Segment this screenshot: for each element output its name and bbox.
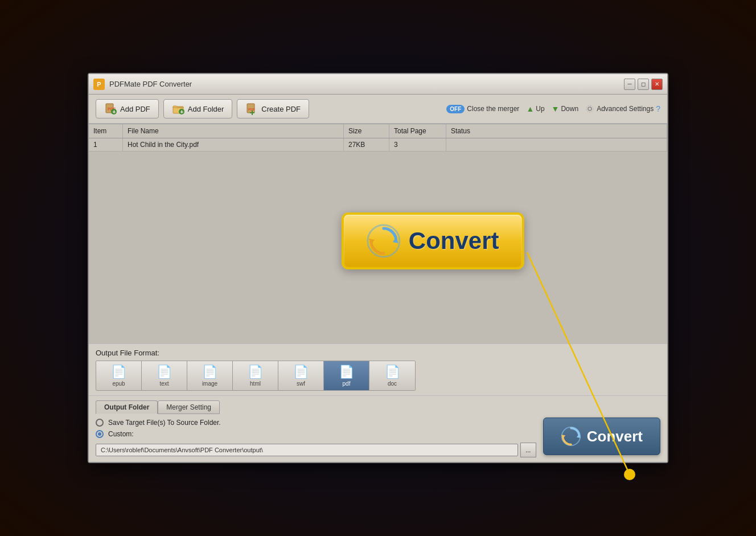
tab-output-folder-label: Output Folder [104,403,149,411]
bottom-section: Output Folder Merger Setting Save Target… [89,395,667,462]
toggle-off-label: OFF [446,105,465,113]
down-button[interactable]: ▼ Down [552,104,579,113]
radio-group: Save Target File(s) To Source Folder. Cu… [96,419,536,438]
browse-button[interactable]: ... [520,443,536,457]
up-arrow-icon: ▲ [526,104,534,113]
text-label: text [159,380,169,387]
down-label: Down [561,105,578,113]
format-btn-doc[interactable]: 📄 doc [369,361,415,390]
swf-icon: 📄 [293,365,309,379]
col-status: Status [446,124,667,138]
advanced-settings-button[interactable]: Advanced Settings ? [585,104,660,113]
add-pdf-button[interactable]: PDF + Add PDF [96,99,159,118]
cell-status [446,138,667,151]
close-merger-toggle[interactable]: OFF Close the merger [446,105,519,113]
cell-item: 1 [89,138,123,151]
col-filename: File Name [123,124,344,138]
format-btn-html[interactable]: 📄 html [233,361,278,390]
svg-point-11 [588,107,591,111]
epub-label: epub [112,380,125,387]
svg-marker-15 [369,239,375,244]
cell-totalpage: 3 [389,138,446,151]
convert-overlay: Convert [342,212,524,269]
cell-size: 27KB [344,138,389,151]
table-body: 1 Hot Child in the City.pdf 27KB 3 [89,138,667,343]
window-title: PDFMate PDF Converter [109,80,624,88]
radio-save-source-label: Save Target File(s) To Source Folder. [108,419,221,427]
col-item: Item [89,124,123,138]
advanced-settings-label: Advanced Settings [597,105,654,113]
window-controls: ─ ◻ ✕ [624,79,663,90]
add-pdf-icon: PDF + [104,103,117,115]
svg-point-12 [586,105,593,112]
svg-marker-14 [393,238,398,243]
format-btn-pdf[interactable]: 📄 pdf [324,361,369,390]
output-format-section: Output File Format: 📄 epub 📄 text 📄 imag… [89,343,667,395]
create-pdf-icon: PDF [245,103,258,115]
svg-text:+: + [113,109,116,115]
tab-merger-setting-label: Merger Setting [166,403,211,411]
format-btn-epub[interactable]: 📄 epub [96,361,142,390]
title-bar: P PDFMate PDF Converter ─ ◻ ✕ [89,74,667,95]
path-input-row: ... [96,443,536,457]
doc-icon: 📄 [385,365,400,379]
convert-big-button[interactable]: Convert [342,212,524,269]
radio-custom-circle [96,430,104,438]
create-pdf-button[interactable]: PDF Create PDF [237,99,309,118]
create-pdf-label: Create PDF [261,105,301,113]
minimize-button[interactable]: ─ [624,79,635,90]
close-button[interactable]: ✕ [651,79,663,90]
format-btn-text[interactable]: 📄 text [142,361,187,390]
format-btn-image[interactable]: 📄 image [187,361,233,390]
app-window: P PDFMate PDF Converter ─ ◻ ✕ PDF + Add … [88,73,668,463]
app-icon: P [93,79,105,90]
tabs: Output Folder Merger Setting [96,400,536,414]
radio-save-source-circle [96,419,104,427]
swf-label: swf [297,380,305,387]
up-button[interactable]: ▲ Up [526,104,544,113]
tab-merger-setting[interactable]: Merger Setting [158,400,220,414]
epub-icon: 📄 [111,365,126,379]
radio-custom-label: Custom: [108,430,134,438]
convert-big-label: Convert [409,227,499,255]
tab-output-folder[interactable]: Output Folder [96,400,158,414]
down-arrow-icon: ▼ [552,104,560,113]
pdf-label: pdf [343,380,351,387]
format-buttons: 📄 epub 📄 text 📄 image 📄 html 📄 sw [96,361,416,391]
html-label: html [250,380,261,387]
close-merger-label: Close the merger [467,105,519,113]
toolbar: PDF + Add PDF + Add Folder [89,95,667,124]
convert-small-icon [561,426,581,447]
col-totalpage: Total Page [389,124,446,138]
toolbar-right: OFF Close the merger ▲ Up ▼ Down Advance… [446,104,660,113]
radio-save-source[interactable]: Save Target File(s) To Source Folder. [96,419,536,427]
table-row: 1 Hot Child in the City.pdf 27KB 3 [89,138,667,152]
bottom-left: Output Folder Merger Setting Save Target… [96,400,536,457]
add-folder-label: Add Folder [188,105,224,113]
html-icon: 📄 [248,365,263,379]
convert-small-label: Convert [587,428,643,445]
add-folder-icon: + [172,103,184,115]
table-header: Item File Name Size Total Page Status [89,124,667,138]
help-icon: ? [656,104,660,113]
file-area: Item File Name Size Total Page Status 1 … [89,124,667,462]
output-path-input[interactable] [96,444,518,456]
add-folder-button[interactable]: + Add Folder [163,99,233,118]
format-btn-swf[interactable]: 📄 swf [278,361,324,390]
convert-small-button[interactable]: Convert [543,418,660,455]
text-icon: 📄 [157,365,172,379]
restore-button[interactable]: ◻ [638,79,649,90]
doc-label: doc [388,380,397,387]
image-label: image [202,380,217,387]
file-table: Item File Name Size Total Page Status 1 … [89,124,667,343]
pdf-icon: 📄 [339,365,354,379]
image-icon: 📄 [202,365,217,379]
bottom-right: Convert [543,418,660,455]
convert-big-icon [367,224,401,258]
add-pdf-label: Add PDF [120,105,150,113]
radio-custom[interactable]: Custom: [96,430,536,438]
col-size: Size [344,124,389,138]
svg-text:+: + [180,109,183,115]
settings-icon [585,104,594,113]
cell-filename: Hot Child in the City.pdf [123,138,344,151]
